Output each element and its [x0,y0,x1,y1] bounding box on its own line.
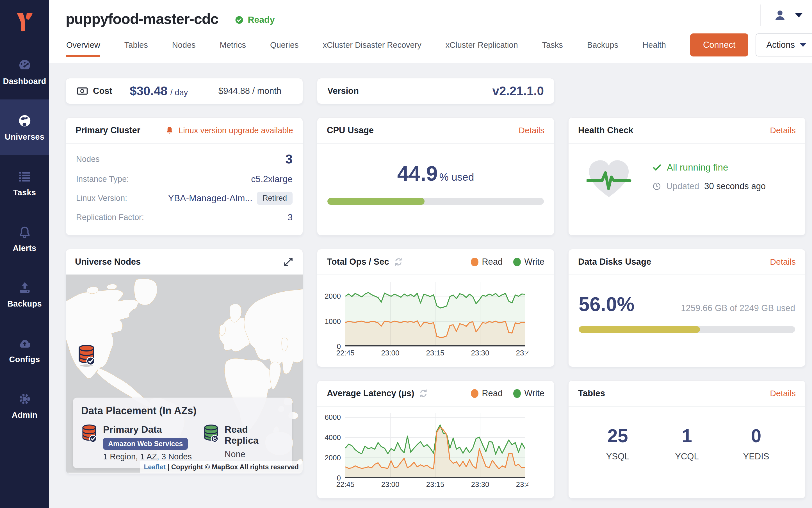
ycql-count: 1 [672,425,703,447]
sidebar-item-label: Dashboard [3,77,46,86]
linux-version-row: Linux Version: YBA-Managed-Alm... Retire… [76,192,293,205]
primary-node-marker[interactable] [77,344,96,367]
cost-per-day-unit: / day [170,88,188,97]
latency-legend: Read Write [471,388,544,398]
ops-legend: Read Write [471,257,544,267]
primary-data-title: Primary Data [103,424,192,435]
yugabyte-logo-icon [13,10,37,34]
tab-xcluster-replication[interactable]: xCluster Replication [445,40,518,50]
disks-percent: 56.0% [579,293,634,315]
actions-button[interactable]: Actions [756,34,812,56]
health-check-card: Health Check Details All running fine [568,118,806,236]
expand-icon[interactable] [283,257,294,267]
yugabyte-logo[interactable] [0,0,49,44]
legend-write: Write [513,388,544,398]
health-updated-row: Updated 30 seconds ago [652,181,766,192]
sidebar-item-dashboard[interactable]: Dashboard [0,44,49,99]
sidebar-item-configs[interactable]: Configs [0,322,49,378]
universe-nodes-title: Universe Nodes [75,257,141,267]
cpu-usage-title: CPU Usage [327,125,374,135]
tab-nodes[interactable]: Nodes [172,40,196,50]
read-dot-icon [471,389,478,398]
write-dot-icon [513,389,521,398]
write-dot-icon [513,258,521,266]
world-map[interactable]: Data Placement (In AZs) [66,274,303,473]
tab-bar: Overview Tables Nodes Metrics Queries xC… [49,27,812,62]
sidebar-item-tasks[interactable]: Tasks [0,155,49,211]
data-disks-title: Data Disks Usage [578,257,651,267]
ops-chart-title: Total Ops / Sec [327,257,389,267]
primary-cluster-card: Primary Cluster Linux version upgrade av… [66,118,303,236]
latency-chart-card: Average Latency (µs) Read Write [317,380,554,499]
leaflet-link[interactable]: Leaflet [144,463,165,471]
linux-version-label: Linux Version: [76,194,127,203]
tab-metrics[interactable]: Metrics [220,40,246,50]
primary-cluster-title: Primary Cluster [76,125,140,135]
linux-version-value: YBA-Managed-Alm... [168,193,252,203]
tab-overview[interactable]: Overview [66,40,100,50]
refresh-icon[interactable] [394,257,403,267]
sidebar-item-label: Alerts [13,244,37,253]
refresh-icon[interactable] [419,389,428,398]
tables-card: Tables Details 25 YSQL 1 YCQL 0 YEDIS [568,380,806,499]
connect-button[interactable]: Connect [690,34,748,56]
data-placement-title: Data Placement (In AZs) [81,405,284,417]
latency-x-axis: 22:4523:0023:1523:3023:45 [327,478,528,490]
universes-icon [17,113,32,128]
page-header: puppyfood-master-cdc Ready Overview Tabl… [49,0,812,63]
tab-tables[interactable]: Tables [125,40,148,50]
tab-backups[interactable]: Backups [587,40,618,50]
replication-factor-label: Replication Factor: [76,213,144,222]
health-check-title: Health Check [578,125,633,135]
legend-write: Write [513,257,544,267]
read-replica-detail: None [225,449,284,459]
chevron-down-icon [795,13,803,17]
instance-type-row: Instance Type: c5.2xlarge [76,174,293,184]
tab-health[interactable]: Health [642,40,666,50]
cpu-progress-fill [327,198,425,205]
primary-data-detail: 1 Region, 1 AZ, 3 Nodes [103,452,192,461]
version-card: Version v2.21.1.0 [317,78,554,104]
legend-read: Read [471,388,503,398]
replication-factor-row: Replication Factor: 3 [76,212,293,222]
data-placement-panel: Data Placement (In AZs) [73,397,292,468]
sidebar-item-universes[interactable]: Universes [0,99,49,155]
map-attribution: Leaflet | Copyright © MapBox All rights … [140,461,303,473]
money-icon [76,85,88,97]
disks-progress-track [579,326,795,333]
sidebar-item-backups[interactable]: Backups [0,266,49,322]
user-icon [773,8,787,22]
tab-queries[interactable]: Queries [270,40,299,50]
read-replica-block: Read Replica None [203,424,284,461]
nodes-row: Nodes 3 [76,152,293,167]
tab-xcluster-dr[interactable]: xCluster Disaster Recovery [323,40,422,50]
disks-progress-fill [579,326,700,333]
linux-upgrade-alert[interactable]: Linux version upgrade available [164,125,293,135]
sidebar-item-admin[interactable]: Admin [0,378,49,433]
read-replica-title: Read Replica [225,424,284,446]
tab-tasks[interactable]: Tasks [542,40,563,50]
nodes-value: 3 [285,152,293,167]
health-details-link[interactable]: Details [770,126,796,135]
yedis-label: YEDIS [741,452,772,462]
cpu-usage-card: CPU Usage Details 44.9 % used [317,118,554,236]
sidebar-item-alerts[interactable]: Alerts [0,211,49,266]
cost-label: Cost [93,86,112,96]
primary-data-block: Primary Data Amazon Web Services 1 Regio… [81,424,203,461]
tables-details-link[interactable]: Details [770,389,796,398]
version-label: Version [327,86,359,96]
retired-badge: Retired [257,192,293,205]
configs-icon [17,336,32,351]
disks-details-link[interactable]: Details [770,257,796,267]
attribution-text: | Copyright © MapBox All rights reserved [168,463,299,471]
legend-read: Read [471,257,503,267]
sidebar: Dashboard Universes Tasks Alerts [0,0,49,508]
read-replica-icon [203,424,219,443]
yedis-count: 0 [741,425,772,447]
read-dot-icon [471,258,478,266]
status-badge: Ready [234,14,275,25]
cpu-details-link[interactable]: Details [519,126,544,135]
sidebar-item-label: Backups [7,299,42,308]
check-icon [652,163,662,172]
user-menu[interactable] [760,4,803,26]
